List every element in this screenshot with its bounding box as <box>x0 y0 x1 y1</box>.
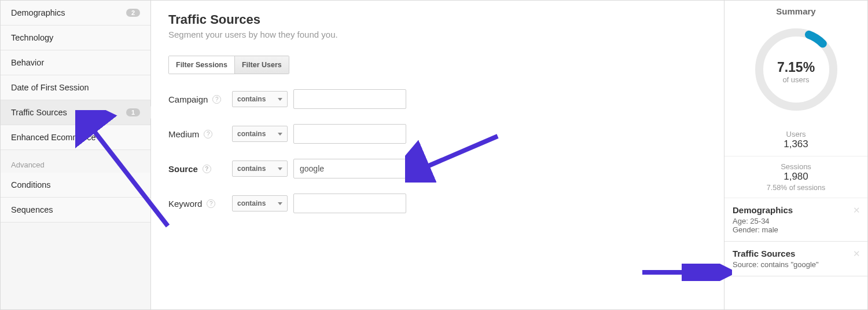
source-label: Source ? <box>168 164 232 174</box>
keyword-input[interactable] <box>293 194 406 213</box>
dropdown-value: contains <box>237 130 266 138</box>
tab-filter-users[interactable]: Filter Users <box>235 56 289 74</box>
sidebar-item-enhanced-ecommerce[interactable]: Enhanced Ecommerce <box>1 125 150 150</box>
sidebar-item-label: Sequences <box>11 205 53 214</box>
campaign-label: Campaign ? <box>168 94 232 104</box>
main-content: Traffic Sources Segment your users by ho… <box>151 1 724 309</box>
sidebar-advanced-label: Advanced <box>1 150 150 173</box>
tab-filter-sessions[interactable]: Filter Sessions <box>169 56 235 74</box>
applied-filter-title: Demographics <box>733 205 859 215</box>
stat-value: 1,363 <box>724 138 867 150</box>
clear-icon[interactable]: ✕ <box>411 164 420 173</box>
dropdown-value: contains <box>237 199 266 207</box>
help-icon[interactable]: ? <box>203 165 211 173</box>
sidebar-item-demographics[interactable]: Demographics 2 <box>1 1 150 25</box>
sidebar-item-technology[interactable]: Technology <box>1 25 150 50</box>
help-icon[interactable]: ? <box>207 199 215 208</box>
sidebar: Demographics 2 Technology Behavior Date … <box>1 1 151 309</box>
campaign-input[interactable] <box>293 89 406 109</box>
caret-down-icon <box>278 202 282 205</box>
field-label-text: Keyword <box>168 199 202 209</box>
summary-panel: Summary 7.15% of users Users 1,363 Sessi… <box>724 1 867 309</box>
caret-down-icon <box>278 167 282 170</box>
caret-down-icon <box>278 133 282 136</box>
sidebar-item-label: Date of First Session <box>11 83 89 92</box>
page-title: Traffic Sources <box>168 12 707 27</box>
stat-note: 7.58% of sessions <box>724 184 867 192</box>
medium-row: Medium ? contains <box>168 124 707 144</box>
filter-tabs: Filter Sessions Filter Users <box>168 56 289 74</box>
sidebar-item-label: Technology <box>11 33 53 42</box>
medium-operator-dropdown[interactable]: contains <box>232 126 288 142</box>
help-icon[interactable]: ? <box>212 95 221 104</box>
stat-users: Users 1,363 <box>724 124 867 156</box>
applied-filter-traffic-sources[interactable]: ✕ Traffic Sources Source: contains "goog… <box>724 242 867 276</box>
help-icon[interactable]: ? <box>204 130 212 138</box>
campaign-row: Campaign ? contains <box>168 89 707 109</box>
medium-input[interactable] <box>293 124 406 144</box>
donut-sub: of users <box>777 75 815 84</box>
stat-label: Sessions <box>724 162 867 171</box>
sidebar-item-label: Traffic Sources <box>11 108 67 117</box>
sidebar-item-behavior[interactable]: Behavior <box>1 50 150 75</box>
summary-title: Summary <box>724 1 867 20</box>
sidebar-item-sequences[interactable]: Sequences <box>1 198 150 223</box>
sidebar-item-label: Enhanced Ecommerce <box>11 133 96 142</box>
medium-label: Medium ? <box>168 129 232 139</box>
sidebar-item-date-first-session[interactable]: Date of First Session <box>1 75 150 100</box>
keyword-label: Keyword ? <box>168 199 232 209</box>
applied-filter-line: Age: 25-34 <box>733 217 859 225</box>
page-subtitle: Segment your users by how they found you… <box>168 30 707 39</box>
stat-sessions: Sessions 1,980 7.58% of sessions <box>724 156 867 198</box>
sidebar-item-label: Behavior <box>11 58 44 67</box>
sidebar-badge: 2 <box>126 9 140 17</box>
sidebar-item-label: Demographics <box>11 8 65 17</box>
source-input[interactable] <box>293 159 406 178</box>
sidebar-item-label: Conditions <box>11 180 51 189</box>
dropdown-value: contains <box>237 165 266 173</box>
stat-label: Users <box>724 130 867 138</box>
applied-filter-line: Source: contains "google" <box>733 260 859 269</box>
field-label-text: Source <box>168 164 198 174</box>
keyword-operator-dropdown[interactable]: contains <box>232 195 288 211</box>
donut-chart: 7.15% of users <box>724 20 867 124</box>
source-row: Source ? contains ✕ <box>168 159 707 178</box>
field-label-text: Campaign <box>168 94 208 104</box>
sidebar-item-conditions[interactable]: Conditions <box>1 173 150 198</box>
sidebar-item-traffic-sources[interactable]: Traffic Sources 1 <box>1 100 150 125</box>
source-operator-dropdown[interactable]: contains <box>232 161 288 177</box>
applied-filter-title: Traffic Sources <box>733 249 859 258</box>
dropdown-value: contains <box>237 95 266 103</box>
campaign-operator-dropdown[interactable]: contains <box>232 91 288 107</box>
sidebar-badge: 1 <box>126 108 140 116</box>
applied-filter-line: Gender: male <box>733 225 859 234</box>
remove-icon[interactable]: ✕ <box>853 205 860 216</box>
donut-percent: 7.15% <box>777 60 815 75</box>
applied-filter-demographics[interactable]: ✕ Demographics Age: 25-34 Gender: male <box>724 198 867 242</box>
stat-value: 1,980 <box>724 171 867 183</box>
remove-icon[interactable]: ✕ <box>853 249 860 259</box>
caret-down-icon <box>278 98 282 101</box>
field-label-text: Medium <box>168 129 199 139</box>
keyword-row: Keyword ? contains <box>168 194 707 213</box>
